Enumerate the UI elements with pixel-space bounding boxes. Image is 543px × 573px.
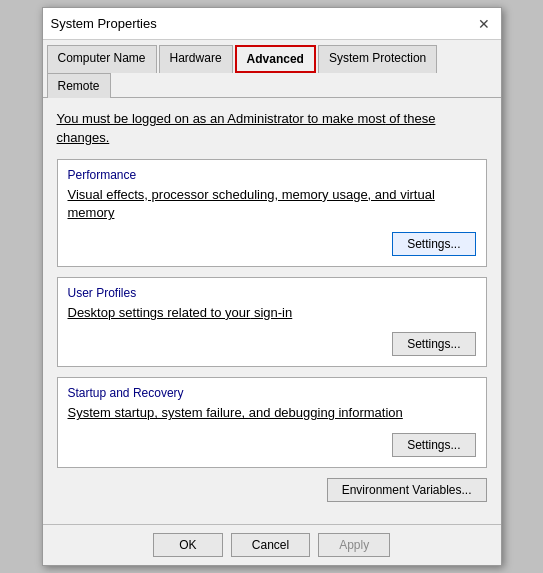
section-performance-title: Performance	[68, 168, 476, 182]
window-title: System Properties	[51, 16, 157, 31]
system-properties-window: System Properties ✕ Computer Name Hardwa…	[42, 7, 502, 565]
section-startup-recovery-desc: System startup, system failure, and debu…	[68, 404, 476, 422]
performance-settings-button[interactable]: Settings...	[392, 232, 475, 256]
tab-advanced[interactable]: Advanced	[235, 45, 316, 73]
section-user-profiles-title: User Profiles	[68, 286, 476, 300]
section-startup-recovery-btn-row: Settings...	[68, 433, 476, 457]
section-user-profiles-desc: Desktop settings related to your sign-in	[68, 304, 476, 322]
env-variables-row: Environment Variables...	[57, 478, 487, 502]
section-performance-desc: Visual effects, processor scheduling, me…	[68, 186, 476, 222]
section-user-profiles: User Profiles Desktop settings related t…	[57, 277, 487, 367]
admin-notice-text: You must be logged on as an Administrato…	[57, 111, 436, 144]
cancel-button[interactable]: Cancel	[231, 533, 310, 557]
bottom-bar: OK Cancel Apply	[43, 524, 501, 565]
section-startup-recovery-title: Startup and Recovery	[68, 386, 476, 400]
startup-recovery-settings-button[interactable]: Settings...	[392, 433, 475, 457]
user-profiles-settings-button[interactable]: Settings...	[392, 332, 475, 356]
admin-notice: You must be logged on as an Administrato…	[57, 110, 487, 146]
tab-hardware[interactable]: Hardware	[159, 45, 233, 73]
tab-system-protection[interactable]: System Protection	[318, 45, 437, 73]
section-performance: Performance Visual effects, processor sc…	[57, 159, 487, 267]
apply-button[interactable]: Apply	[318, 533, 390, 557]
ok-button[interactable]: OK	[153, 533, 223, 557]
tab-content-advanced: You must be logged on as an Administrato…	[43, 98, 501, 523]
tab-bar: Computer Name Hardware Advanced System P…	[43, 40, 501, 98]
environment-variables-button[interactable]: Environment Variables...	[327, 478, 487, 502]
close-button[interactable]: ✕	[475, 15, 493, 33]
title-bar: System Properties ✕	[43, 8, 501, 40]
tab-remote[interactable]: Remote	[47, 73, 111, 98]
tab-computer-name[interactable]: Computer Name	[47, 45, 157, 73]
section-performance-btn-row: Settings...	[68, 232, 476, 256]
section-startup-recovery: Startup and Recovery System startup, sys…	[57, 377, 487, 467]
section-user-profiles-btn-row: Settings...	[68, 332, 476, 356]
